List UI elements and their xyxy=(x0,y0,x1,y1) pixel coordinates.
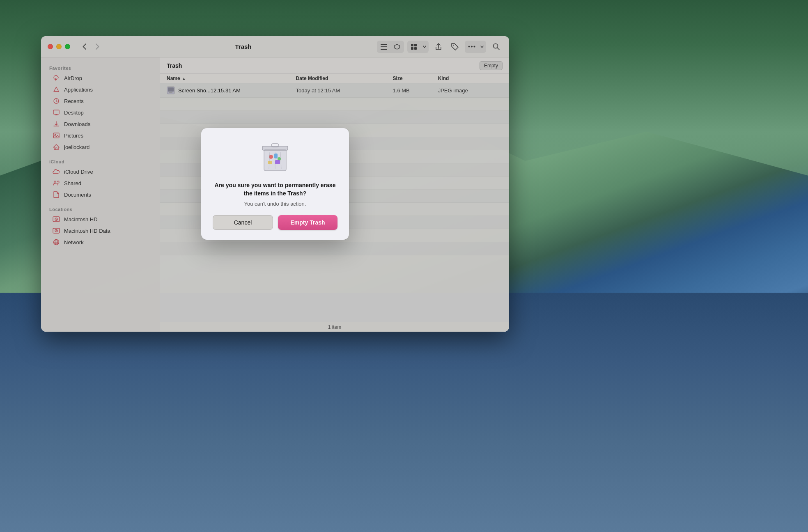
empty-trash-dialog: Are you sure you want to permanently era… xyxy=(201,128,349,240)
svg-rect-39 xyxy=(268,161,272,164)
svg-rect-40 xyxy=(275,160,280,164)
dialog-trash-icon xyxy=(260,140,290,173)
svg-point-38 xyxy=(278,157,281,161)
dialog-empty-trash-button[interactable]: Empty Trash xyxy=(278,215,337,230)
svg-rect-37 xyxy=(274,154,278,158)
finder-window: Trash xyxy=(41,36,509,332)
dialog-subtitle: You can't undo this action. xyxy=(244,201,306,207)
dialog-title: Are you sure you want to permanently era… xyxy=(213,181,337,197)
dialog-cancel-button[interactable]: Cancel xyxy=(213,215,273,230)
dialog-overlay: Are you sure you want to permanently era… xyxy=(41,36,509,332)
dialog-buttons: Cancel Empty Trash xyxy=(213,215,337,230)
